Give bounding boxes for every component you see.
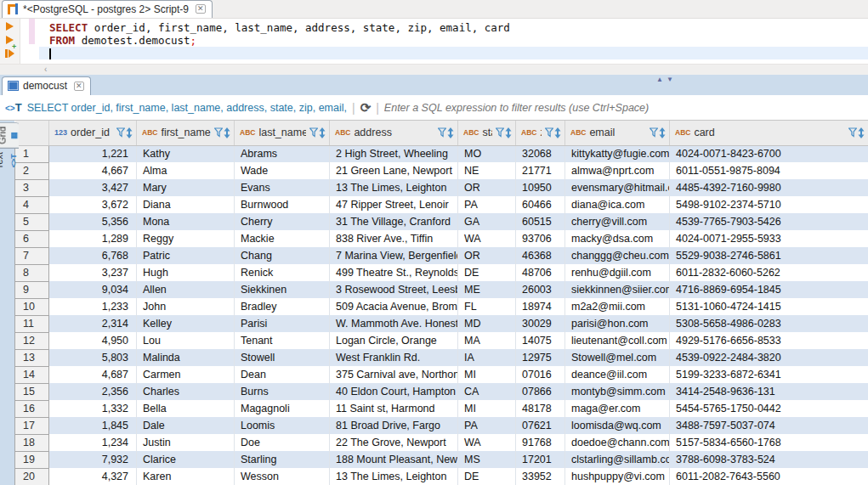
cell-state[interactable]: GA xyxy=(458,213,516,230)
cell-zip[interactable]: 26003 xyxy=(516,281,565,298)
cell-card[interactable]: 5308-5658-4986-0283 xyxy=(670,315,868,332)
cell-address[interactable]: 47 Ripper Street, Lenoir xyxy=(330,196,458,213)
column-header-order_id[interactable]: 123order_id xyxy=(49,121,137,145)
cell-address[interactable]: W. Mammoth Ave. Honestburg xyxy=(330,315,458,332)
cell-order_id[interactable]: 3,427 xyxy=(49,179,137,196)
cell-state[interactable]: PA xyxy=(458,196,516,213)
column-header-state[interactable]: ABCstate xyxy=(458,121,516,145)
cell-card[interactable]: 6011-0551-9875-8094 xyxy=(670,162,868,179)
cell-zip[interactable]: 48178 xyxy=(516,400,565,417)
cell-zip[interactable]: 10950 xyxy=(516,179,565,196)
cell-first_name[interactable]: Clarice xyxy=(137,451,235,468)
cell-address[interactable]: 31 The Village, Cranford xyxy=(330,213,458,230)
cell-card[interactable]: 5454-5765-1750-0442 xyxy=(670,400,868,417)
editor-hscrollbar[interactable]: ‹ xyxy=(0,64,868,75)
row-number[interactable]: 4 xyxy=(15,196,49,213)
cell-card[interactable]: 4716-8869-6954-1845 xyxy=(670,281,868,298)
editor-tab-script9[interactable]: *<PostgreSQL - postgres 2> Script-9 ✕ xyxy=(2,0,213,18)
cell-zip[interactable]: 33952 xyxy=(516,468,565,485)
cell-state[interactable]: MO xyxy=(458,145,516,162)
cell-last_name[interactable]: Magagnoli xyxy=(235,400,330,417)
cell-card[interactable]: 6011-2082-7643-5560 xyxy=(670,468,868,485)
filter-sort-icon[interactable] xyxy=(650,127,666,138)
cell-email[interactable]: hushpuppy@vi.com xyxy=(565,468,670,485)
cell-order_id[interactable]: 3,672 xyxy=(49,196,137,213)
filter-sort-icon[interactable] xyxy=(438,127,454,138)
cell-card[interactable]: 5529-9038-2746-5861 xyxy=(670,247,868,264)
cell-state[interactable]: MI xyxy=(458,366,516,383)
cell-card[interactable]: 3788-6098-3783-524 xyxy=(670,451,868,468)
cell-address[interactable]: 188 Mount Pleasant, Newport xyxy=(330,451,458,468)
cell-order_id[interactable]: 2,314 xyxy=(49,315,137,332)
cell-address[interactable]: Logan Circle, Orange xyxy=(330,332,458,349)
row-number[interactable]: 7 xyxy=(15,247,49,264)
cell-zip[interactable]: 91768 xyxy=(516,434,565,451)
cell-zip[interactable]: 12975 xyxy=(516,349,565,366)
cell-address[interactable]: West Franklin Rd. xyxy=(330,349,458,366)
cell-order_id[interactable]: 1,234 xyxy=(49,434,137,451)
cell-first_name[interactable]: John xyxy=(137,298,235,315)
cell-state[interactable]: MI xyxy=(458,400,516,417)
cell-address[interactable]: 499 Theatre St., Reynoldsburg xyxy=(330,264,458,281)
cell-order_id[interactable]: 2,356 xyxy=(49,383,137,400)
cell-zip[interactable]: 07866 xyxy=(516,383,565,400)
cell-last_name[interactable]: Dean xyxy=(235,366,330,383)
cell-email[interactable]: diana@ica.com xyxy=(565,196,670,213)
cell-zip[interactable]: 07621 xyxy=(516,417,565,434)
applied-query-text[interactable]: SELECT order_id, first_name, last_name, … xyxy=(27,102,347,114)
tab-grid[interactable]: ▦ Grid xyxy=(0,122,19,149)
cell-order_id[interactable]: 1,233 xyxy=(49,298,137,315)
cell-first_name[interactable]: Lou xyxy=(137,332,235,349)
row-number[interactable]: 6 xyxy=(15,230,49,247)
cell-order_id[interactable]: 3,237 xyxy=(49,264,137,281)
cell-first_name[interactable]: Charles xyxy=(137,383,235,400)
column-header-first_name[interactable]: ABCfirst_name xyxy=(137,121,235,145)
cell-address[interactable]: 838 River Ave., Tiffin xyxy=(330,230,458,247)
cell-order_id[interactable]: 7,932 xyxy=(49,451,137,468)
cell-state[interactable]: FL xyxy=(458,298,516,315)
cell-state[interactable]: ME xyxy=(458,281,516,298)
cell-state[interactable]: WA xyxy=(458,434,516,451)
cell-zip[interactable]: 32068 xyxy=(516,145,565,162)
cell-address[interactable]: 13 The Limes, Leighton xyxy=(330,468,458,485)
cell-card[interactable]: 4539-0922-2484-3820 xyxy=(670,349,868,366)
row-number[interactable]: 15 xyxy=(15,383,49,400)
cell-address[interactable]: 509 Acacia Avenue, Brompton xyxy=(330,298,458,315)
cell-address[interactable]: 40 Eldon Court, Hampton xyxy=(330,383,458,400)
cell-order_id[interactable]: 6,768 xyxy=(49,247,137,264)
cell-card[interactable]: 4024-0071-8423-6700 xyxy=(670,145,868,162)
cell-zip[interactable]: 60515 xyxy=(516,213,565,230)
cell-last_name[interactable]: Tenant xyxy=(235,332,330,349)
cell-email[interactable]: montyb@simm.com xyxy=(565,383,670,400)
cell-state[interactable]: CA xyxy=(458,383,516,400)
cell-last_name[interactable]: Abrams xyxy=(235,145,330,162)
cell-email[interactable]: evensmary@hitmail.com xyxy=(565,179,670,196)
row-number[interactable]: 18 xyxy=(15,434,49,451)
cell-email[interactable]: deance@iil.com xyxy=(565,366,670,383)
cell-order_id[interactable]: 1,289 xyxy=(49,230,137,247)
cell-last_name[interactable]: Burnwood xyxy=(235,196,330,213)
cell-last_name[interactable]: Bradley xyxy=(235,298,330,315)
cell-last_name[interactable]: Siekkinen xyxy=(235,281,330,298)
cell-state[interactable]: WA xyxy=(458,230,516,247)
cell-zip[interactable]: 60466 xyxy=(516,196,565,213)
cell-email[interactable]: m2a2@mii.com xyxy=(565,298,670,315)
cell-zip[interactable]: 21771 xyxy=(516,162,565,179)
cell-zip[interactable]: 14075 xyxy=(516,332,565,349)
cell-last_name[interactable]: Loomis xyxy=(235,417,330,434)
cell-last_name[interactable]: Doe xyxy=(235,434,330,451)
row-number[interactable]: 8 xyxy=(15,264,49,281)
row-number[interactable]: 14 xyxy=(15,366,49,383)
cell-address[interactable]: 13 The Limes, Leighton xyxy=(330,179,458,196)
cell-first_name[interactable]: Dale xyxy=(137,417,235,434)
cell-address[interactable]: 3 Rosewood Street, Leesburg xyxy=(330,281,458,298)
panel-collapse-arrows[interactable]: ▲▼ xyxy=(656,76,677,83)
results-tab-democust[interactable]: democust ✕ xyxy=(2,76,91,95)
cell-email[interactable]: parisi@hon.com xyxy=(565,315,670,332)
execute-script-icon[interactable] xyxy=(5,49,14,58)
cell-email[interactable]: siekkinnen@siier.com xyxy=(565,281,670,298)
cell-first_name[interactable]: Diana xyxy=(137,196,235,213)
cell-state[interactable]: OR xyxy=(458,247,516,264)
sql-editor[interactable]: + SELECT order_id, first_name, last_name… xyxy=(0,19,868,64)
cell-email[interactable]: maga@er.com xyxy=(565,400,670,417)
